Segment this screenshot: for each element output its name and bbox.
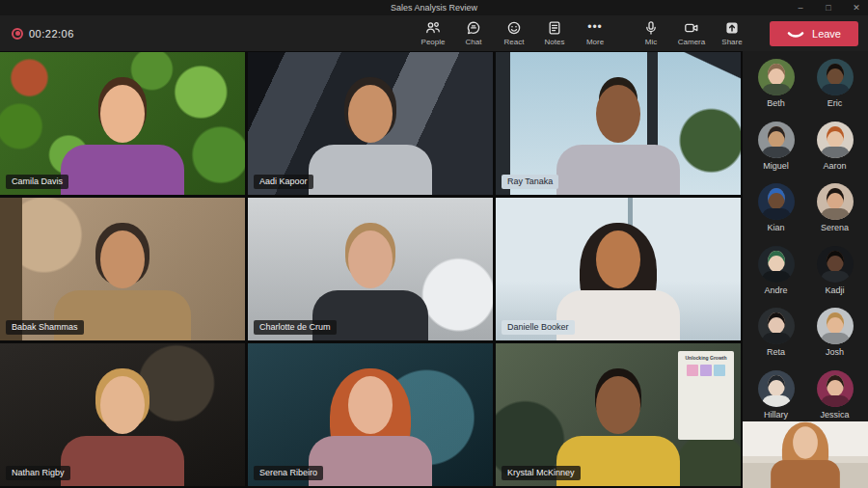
meeting-stage: Camila Davis Aadi Kapoor Ray Tanak bbox=[0, 51, 868, 488]
figure-body bbox=[771, 460, 840, 488]
figure-head bbox=[348, 85, 393, 143]
participants-sidebar: Beth Eric Miguel Aaron Kian bbox=[743, 51, 868, 488]
figure-head bbox=[100, 85, 145, 143]
recording-indicator: 00:22:06 bbox=[12, 28, 74, 40]
close-icon[interactable]: ✕ bbox=[851, 0, 862, 15]
avatar bbox=[758, 370, 795, 407]
roster-name: Reta bbox=[767, 347, 785, 357]
roster-item-hillary[interactable]: Hillary bbox=[746, 368, 805, 421]
figure-body bbox=[309, 436, 432, 486]
video-tile-nathan-rigby[interactable]: Nathan Rigby bbox=[0, 343, 245, 486]
figure-head bbox=[596, 230, 640, 288]
video-tile-danielle-booker[interactable]: Danielle Booker bbox=[496, 198, 741, 340]
minimize-icon[interactable]: – bbox=[795, 0, 806, 15]
figure-head bbox=[100, 230, 145, 288]
roster-item-jessica[interactable]: Jessica bbox=[805, 368, 864, 421]
roster-name: Miguel bbox=[763, 161, 789, 171]
roster-item-miguel[interactable]: Miguel bbox=[746, 120, 805, 173]
roster-name: Aaron bbox=[823, 161, 846, 171]
whiteboard-title: Unlocking Growth bbox=[681, 355, 731, 361]
roster-item-aaron[interactable]: Aaron bbox=[805, 120, 864, 173]
participant-nametag: Krystal McKinney bbox=[502, 466, 581, 480]
self-figure bbox=[759, 422, 851, 488]
roster-name: Andre bbox=[764, 285, 787, 295]
more-icon: ••• bbox=[587, 20, 603, 36]
avatar bbox=[817, 183, 854, 220]
toolbar-actions: People Chat React bbox=[413, 20, 615, 46]
notes-icon bbox=[547, 20, 562, 36]
video-tile-babak-shammas[interactable]: Babak Shammas bbox=[0, 198, 245, 340]
people-icon bbox=[425, 20, 441, 36]
roster-item-serena[interactable]: Serena bbox=[805, 181, 864, 234]
participant-nametag: Charlotte de Crum bbox=[254, 320, 337, 335]
leave-button[interactable]: Leave bbox=[770, 21, 858, 46]
roster-name: Josh bbox=[826, 347, 844, 357]
camera-label: Camera bbox=[678, 38, 705, 46]
participant-nametag: Babak Shammas bbox=[6, 320, 84, 335]
recording-icon bbox=[12, 28, 23, 40]
figure-head bbox=[348, 230, 393, 288]
roster-item-reta[interactable]: Reta bbox=[746, 306, 805, 359]
video-grid: Camila Davis Aadi Kapoor Ray Tanak bbox=[0, 51, 743, 488]
figure-body bbox=[309, 145, 432, 195]
camera-button[interactable]: Camera bbox=[671, 20, 712, 46]
notes-button[interactable]: Notes bbox=[534, 20, 575, 46]
people-label: People bbox=[421, 38, 446, 46]
video-tile-charlotte-de-crum[interactable]: Charlotte de Crum bbox=[248, 198, 493, 340]
roster-name: Eric bbox=[827, 98, 843, 108]
participant-nametag: Serena Ribeiro bbox=[254, 466, 323, 480]
self-view-video[interactable] bbox=[743, 421, 868, 488]
chat-label: Chat bbox=[466, 38, 482, 46]
meeting-timer: 00:22:06 bbox=[29, 28, 74, 40]
roster-name: Kadji bbox=[825, 285, 844, 295]
hangup-icon bbox=[787, 29, 804, 39]
avatar bbox=[758, 246, 795, 283]
participants-roster: Beth Eric Miguel Aaron Kian bbox=[743, 51, 868, 421]
figure-head bbox=[348, 376, 393, 434]
window-title: Sales Analysis Review bbox=[391, 3, 477, 13]
chat-icon bbox=[466, 20, 481, 36]
mic-button[interactable]: Mic bbox=[631, 20, 671, 46]
toolbar-devices: Mic Camera Share bbox=[631, 20, 752, 46]
react-button[interactable]: React bbox=[494, 20, 534, 46]
avatar bbox=[817, 122, 854, 158]
video-tile-krystal-mckinney[interactable]: Unlocking Growth Krystal McKinney bbox=[496, 343, 741, 486]
roster-name: Hillary bbox=[764, 410, 788, 420]
camera-icon bbox=[684, 20, 699, 36]
avatar bbox=[758, 122, 795, 158]
avatar bbox=[758, 183, 795, 220]
roster-name: Kian bbox=[767, 223, 784, 232]
chat-button[interactable]: Chat bbox=[453, 20, 494, 46]
roster-name: Jessica bbox=[820, 410, 849, 420]
people-button[interactable]: People bbox=[413, 20, 453, 46]
figure-head bbox=[100, 376, 145, 434]
sticky-note bbox=[700, 365, 712, 376]
mic-icon bbox=[643, 20, 659, 36]
figure-head bbox=[596, 376, 640, 434]
share-button[interactable]: Share bbox=[712, 20, 752, 46]
maximize-icon[interactable]: □ bbox=[823, 0, 834, 15]
video-tile-ray-tanaka[interactable]: Ray Tanaka bbox=[496, 52, 741, 195]
roster-item-andre[interactable]: Andre bbox=[746, 244, 805, 297]
roster-item-eric[interactable]: Eric bbox=[805, 57, 864, 110]
teams-meeting-window: Sales Analysis Review – □ ✕ 00:22:06 Peo… bbox=[0, 0, 868, 488]
avatar bbox=[817, 246, 854, 283]
avatar bbox=[817, 370, 854, 407]
more-button[interactable]: ••• More bbox=[575, 20, 615, 46]
roster-item-kian[interactable]: Kian bbox=[746, 181, 805, 234]
video-tile-aadi-kapoor[interactable]: Aadi Kapoor bbox=[248, 52, 493, 195]
participant-nametag: Camila Davis bbox=[6, 175, 68, 189]
figure-body bbox=[61, 145, 184, 195]
react-label: React bbox=[504, 38, 525, 46]
roster-item-kadji[interactable]: Kadji bbox=[805, 244, 864, 297]
avatar bbox=[758, 308, 795, 344]
leave-label: Leave bbox=[812, 28, 841, 40]
avatar bbox=[817, 59, 854, 95]
sticky-note bbox=[714, 365, 725, 376]
roster-item-josh[interactable]: Josh bbox=[805, 306, 864, 359]
participant-nametag: Nathan Rigby bbox=[6, 466, 70, 480]
video-tile-serena-ribeiro[interactable]: Serena Ribeiro bbox=[248, 343, 493, 486]
figure-body bbox=[556, 145, 680, 195]
roster-item-beth[interactable]: Beth bbox=[746, 57, 805, 110]
video-tile-camila-davis[interactable]: Camila Davis bbox=[0, 52, 245, 195]
